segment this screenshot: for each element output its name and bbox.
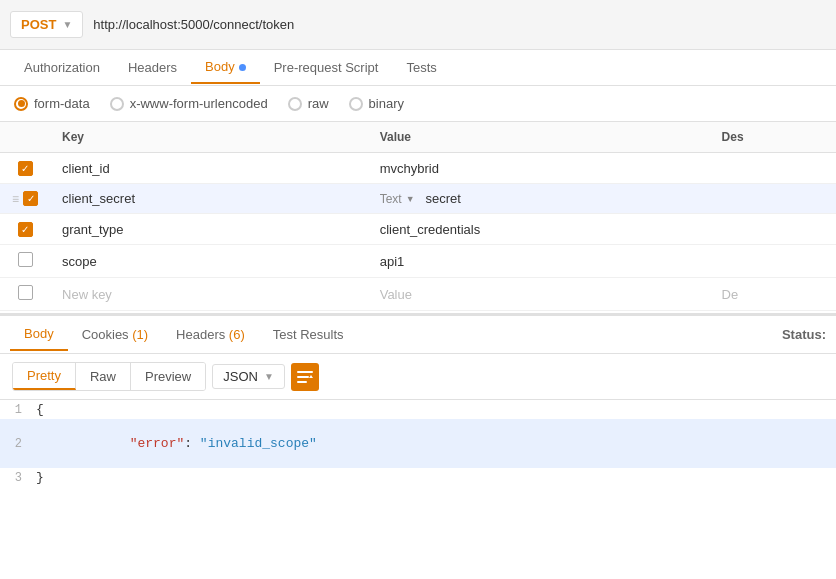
row1-desc[interactable] [710, 153, 836, 184]
row5-checkbox[interactable] [18, 285, 33, 300]
svg-marker-3 [309, 375, 313, 378]
request-tab-bar: Authorization Headers Body Pre-request S… [0, 50, 836, 86]
row1-check-cell [0, 153, 50, 184]
response-section: Body Cookies (1) Headers (6) Test Result… [0, 313, 836, 487]
url-bar: POST ▼ [0, 0, 836, 50]
table-row: scope api1 [0, 245, 836, 278]
tab-authorization[interactable]: Authorization [10, 52, 114, 83]
col-value: Value [368, 122, 710, 153]
view-preview-button[interactable]: Preview [131, 363, 205, 390]
row1-checkbox[interactable] [18, 161, 33, 176]
response-tab-headers[interactable]: Headers (6) [162, 319, 259, 350]
row3-desc[interactable] [710, 214, 836, 245]
radio-form-data[interactable]: form-data [14, 96, 90, 111]
response-tab-body[interactable]: Body [10, 318, 68, 351]
response-status: Status: [782, 327, 826, 342]
line-content-3: } [36, 470, 836, 485]
row2-check-cell: ≡ [0, 184, 50, 214]
cookies-badge: (1) [132, 327, 148, 342]
line-content-2: "error": "invalid_scope" [36, 421, 836, 466]
row3-key[interactable]: grant_type [50, 214, 368, 245]
format-chevron-icon: ▼ [264, 371, 274, 382]
radio-urlencoded-circle [110, 97, 124, 111]
radio-binary[interactable]: binary [349, 96, 404, 111]
code-line-3: 3 } [0, 468, 836, 487]
line-number-2: 2 [0, 437, 36, 451]
line-content-1: { [36, 402, 836, 417]
tab-headers[interactable]: Headers [114, 52, 191, 83]
table-row: ≡ client_secret Text ▼ secret [0, 184, 836, 214]
row3-value[interactable]: client_credentials [368, 214, 710, 245]
code-area: 1 { 2 "error": "invalid_scope" 3 } [0, 400, 836, 487]
row2-type-dropdown[interactable]: Text ▼ [380, 192, 415, 206]
svg-rect-0 [297, 371, 313, 373]
tab-body[interactable]: Body [191, 51, 260, 84]
code-line-1: 1 { [0, 400, 836, 419]
row4-desc[interactable] [710, 245, 836, 278]
view-bar: Pretty Raw Preview JSON ▼ [0, 354, 836, 400]
row4-checkbox[interactable] [18, 252, 33, 267]
view-raw-button[interactable]: Raw [76, 363, 131, 390]
drag-handle-icon: ≡ [12, 192, 19, 206]
table-row: client_id mvchybrid [0, 153, 836, 184]
row4-value[interactable]: api1 [368, 245, 710, 278]
row2-key[interactable]: client_secret [50, 184, 368, 214]
format-dropdown[interactable]: JSON ▼ [212, 364, 285, 389]
row2-checkbox[interactable] [23, 191, 38, 206]
row4-key[interactable]: scope [50, 245, 368, 278]
table-row: grant_type client_credentials [0, 214, 836, 245]
tab-tests[interactable]: Tests [392, 52, 450, 83]
table-row: New key Value De [0, 278, 836, 311]
response-tab-test-results[interactable]: Test Results [259, 319, 358, 350]
form-data-table: Key Value Des client_id mvchybrid ≡ clie… [0, 122, 836, 311]
response-tab-bar: Body Cookies (1) Headers (6) Test Result… [0, 316, 836, 354]
svg-rect-2 [297, 381, 307, 383]
row5-key[interactable]: New key [50, 278, 368, 311]
row5-value[interactable]: Value [368, 278, 710, 311]
row1-key[interactable]: client_id [50, 153, 368, 184]
row5-desc[interactable]: De [710, 278, 836, 311]
view-group: Pretty Raw Preview [12, 362, 206, 391]
radio-urlencoded[interactable]: x-www-form-urlencoded [110, 96, 268, 111]
col-check [0, 122, 50, 153]
method-button[interactable]: POST ▼ [10, 11, 83, 38]
url-input[interactable] [93, 17, 826, 32]
row4-check-cell [0, 245, 50, 278]
row3-check-cell [0, 214, 50, 245]
body-type-bar: form-data x-www-form-urlencoded raw bina… [0, 86, 836, 122]
method-chevron-icon: ▼ [62, 19, 72, 30]
row2-desc[interactable] [710, 184, 836, 214]
svg-rect-1 [297, 376, 309, 378]
col-desc: Des [710, 122, 836, 153]
wrap-button[interactable] [291, 363, 319, 391]
code-line-2: 2 "error": "invalid_scope" [0, 419, 836, 468]
row3-checkbox[interactable] [18, 222, 33, 237]
wrap-icon-svg [297, 370, 313, 384]
row1-value[interactable]: mvchybrid [368, 153, 710, 184]
headers-badge: (6) [229, 327, 245, 342]
radio-raw[interactable]: raw [288, 96, 329, 111]
row2-value[interactable]: Text ▼ secret [368, 184, 710, 214]
method-label: POST [21, 17, 56, 32]
line-number-3: 3 [0, 471, 36, 485]
radio-raw-circle [288, 97, 302, 111]
view-pretty-button[interactable]: Pretty [13, 363, 76, 390]
radio-form-data-circle [14, 97, 28, 111]
col-key: Key [50, 122, 368, 153]
line-number-1: 1 [0, 403, 36, 417]
row5-check-cell [0, 278, 50, 311]
radio-binary-circle [349, 97, 363, 111]
tab-prerequest[interactable]: Pre-request Script [260, 52, 393, 83]
type-dropdown-arrow-icon: ▼ [406, 194, 415, 204]
body-dot [239, 64, 246, 71]
response-tab-cookies[interactable]: Cookies (1) [68, 319, 162, 350]
